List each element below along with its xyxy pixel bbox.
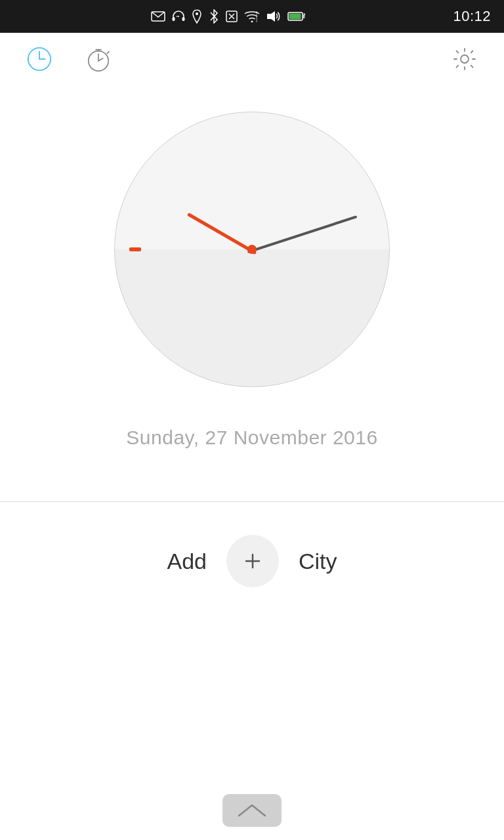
x-icon [226, 10, 238, 22]
clock-container: Sunday, 27 November 2016 [0, 85, 504, 449]
clock-face [114, 112, 390, 387]
nav-left [26, 46, 112, 72]
home-icon [236, 801, 268, 820]
battery-icon [287, 12, 306, 21]
status-bar: 10:12 [0, 0, 504, 33]
add-city-button[interactable] [226, 535, 279, 587]
home-button[interactable] [222, 794, 282, 827]
svg-point-24 [461, 55, 469, 63]
location-icon [192, 9, 202, 24]
wifi-icon [244, 10, 260, 22]
hour-hand [187, 213, 257, 255]
home-button-area [222, 794, 282, 827]
clock-center [247, 245, 257, 254]
svg-rect-1 [173, 17, 175, 21]
bluetooth-icon [209, 9, 219, 24]
settings-tab[interactable] [452, 46, 478, 72]
city-label: City [299, 549, 337, 574]
mail-icon [151, 11, 165, 22]
second-indicator [129, 247, 141, 251]
clock-tab[interactable] [26, 46, 52, 72]
svg-point-4 [196, 12, 198, 15]
svg-line-23 [107, 52, 109, 54]
add-label: Add [167, 549, 207, 574]
svg-line-20 [98, 58, 103, 61]
svg-rect-2 [182, 17, 185, 21]
svg-rect-12 [289, 14, 301, 20]
add-city-section: Add City [0, 502, 504, 620]
minute-hand [247, 215, 358, 253]
status-icons [13, 9, 444, 24]
date-display: Sunday, 27 November 2016 [126, 427, 377, 449]
svg-point-8 [251, 21, 253, 23]
stopwatch-tab[interactable] [85, 46, 112, 72]
volume-icon [266, 10, 281, 22]
svg-marker-10 [267, 11, 275, 22]
top-navigation [0, 33, 504, 85]
svg-point-3 [178, 16, 179, 17]
headphone-icon [172, 10, 185, 23]
status-time: 10:12 [453, 8, 491, 25]
svg-rect-13 [303, 14, 305, 18]
plus-icon [241, 549, 264, 573]
